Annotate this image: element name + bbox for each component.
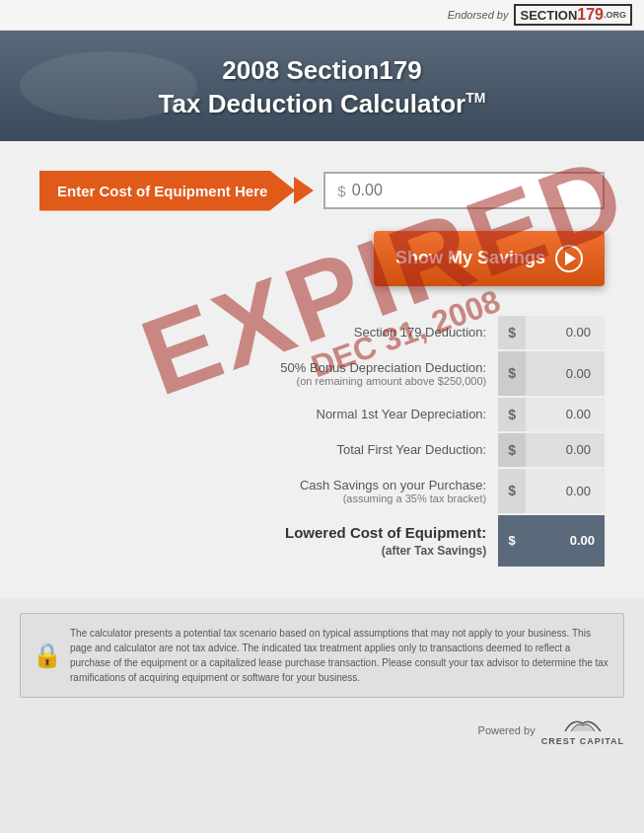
result-value-cell: 0.00 <box>526 433 605 467</box>
cost-input-wrapper: $ <box>323 172 605 209</box>
crest-logo-svg <box>561 716 605 735</box>
table-row: Total First Year Deduction:$0.00 <box>39 433 605 467</box>
total-label-line1: Lowered Cost of Equipment: <box>285 524 486 541</box>
table-row: Section 179 Deduction:$0.00 <box>39 316 605 349</box>
result-label: 50% Bonus Depreciation Deduction:(on rem… <box>39 351 498 396</box>
header-title-line2: Tax Deduction Calculator <box>159 89 466 118</box>
header-title-line1: 2008 Section179 <box>222 55 421 85</box>
footer-disclaimer: 🔒 The calculator presents a potential ta… <box>20 613 624 698</box>
play-circle-icon <box>555 245 583 272</box>
show-savings-label: Show My Savings <box>395 248 545 268</box>
header-title: 2008 Section179 Tax Deduction Calculator… <box>20 54 624 121</box>
total-row: Lowered Cost of Equipment: (after Tax Sa… <box>39 515 605 567</box>
result-value-cell: 0.00 <box>526 469 605 513</box>
total-dollar-cell: $ <box>498 515 526 567</box>
result-value-cell: 0.00 <box>526 351 605 396</box>
result-dollar-cell: $ <box>498 469 526 513</box>
play-triangle-icon <box>565 252 576 265</box>
header: 2008 Section179 Tax Deduction Calculator… <box>0 31 644 141</box>
trademark: TM <box>465 90 485 106</box>
logo-org: .ORG <box>604 11 626 20</box>
result-label: Section 179 Deduction: <box>39 316 498 349</box>
result-label: Total First Year Deduction: <box>39 433 498 467</box>
results-table: Section 179 Deduction:$0.0050% Bonus Dep… <box>39 314 605 568</box>
result-dollar-cell: $ <box>498 433 526 467</box>
result-label: Cash Savings on your Purchase:(assuming … <box>39 469 498 513</box>
show-savings-button[interactable]: Show My Savings <box>374 231 605 286</box>
result-dollar-cell: $ <box>498 316 526 349</box>
show-savings-row: Show My Savings <box>39 231 605 286</box>
lock-icon: 🔒 <box>33 638 62 673</box>
calculator-wrapper: Endorsed by SECTION179.ORG 2008 Section1… <box>0 0 644 833</box>
table-row: 50% Bonus Depreciation Deduction:(on rem… <box>39 351 605 396</box>
disclaimer-text: The calculator presents a potential tax … <box>70 628 608 683</box>
result-dollar-cell: $ <box>498 398 526 431</box>
powered-by-bar: Powered by CREST CAPITAL <box>0 708 644 758</box>
total-value-cell: 0.00 <box>526 515 605 567</box>
section179-logo: SECTION179.ORG <box>514 4 632 26</box>
arrow-decoration <box>294 177 314 204</box>
total-label-line2: (after Tax Savings) <box>382 544 486 558</box>
table-row: Cash Savings on your Purchase:(assuming … <box>39 469 605 513</box>
crest-capital-logo: CREST CAPITAL <box>541 716 624 746</box>
enter-cost-label-button[interactable]: Enter Cost of Equipment Here <box>39 171 295 211</box>
result-value-cell: 0.00 <box>526 398 605 431</box>
logo-num: 179 <box>577 7 604 23</box>
main-content: EXPIRED DEC 31, 2008 Enter Cost of Equip… <box>0 141 644 598</box>
table-row: Normal 1st Year Depreciation:$0.00 <box>39 398 605 431</box>
cost-input[interactable] <box>352 182 591 199</box>
input-row: Enter Cost of Equipment Here $ <box>39 171 605 211</box>
endorsed-bar: Endorsed by SECTION179.ORG <box>0 0 644 31</box>
result-label: Normal 1st Year Depreciation: <box>39 398 498 431</box>
endorsed-label: Endorsed by <box>448 9 509 21</box>
crest-logo-text: CREST CAPITAL <box>541 736 624 746</box>
result-value-cell: 0.00 <box>526 316 605 349</box>
powered-by-label: Powered by <box>478 724 536 736</box>
logo-section: SECTION <box>520 9 577 22</box>
input-dollar-sign: $ <box>337 183 345 199</box>
result-dollar-cell: $ <box>498 351 526 396</box>
